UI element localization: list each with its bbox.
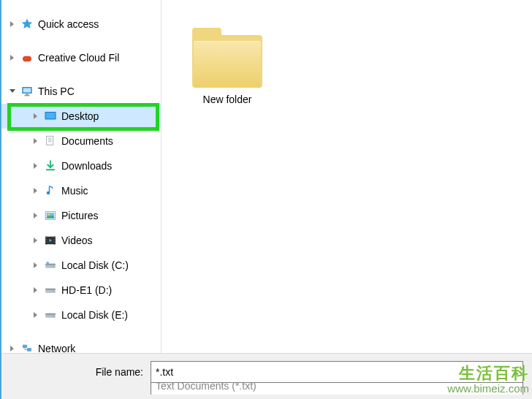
chevron-right-icon[interactable] bbox=[31, 310, 41, 320]
chevron-right-icon[interactable] bbox=[31, 235, 41, 246]
videos-icon bbox=[44, 234, 57, 247]
filename-input[interactable] bbox=[151, 361, 523, 383]
music-icon bbox=[44, 184, 57, 197]
svg-rect-35 bbox=[45, 314, 56, 315]
svg-rect-23 bbox=[45, 242, 47, 243]
svg-rect-6 bbox=[24, 95, 30, 96]
main-area: Quick access Creative Cloud Fil bbox=[1, 0, 532, 353]
tree-label: Music bbox=[61, 185, 88, 197]
tree-label: Documents bbox=[61, 135, 113, 147]
chevron-right-icon[interactable] bbox=[31, 186, 41, 196]
tree-item-music[interactable]: Music bbox=[1, 178, 161, 203]
tree-item-pictures[interactable]: Pictures bbox=[1, 203, 161, 228]
chevron-right-icon[interactable] bbox=[31, 260, 41, 270]
tree-item-quick-access[interactable]: Quick access bbox=[1, 12, 161, 37]
svg-rect-28 bbox=[45, 264, 56, 265]
svg-rect-4 bbox=[23, 88, 31, 93]
bottom-panel: File name: Save as type: Text Documents … bbox=[1, 353, 532, 399]
tree-label: Local Disk (C:) bbox=[61, 259, 129, 271]
drive-icon bbox=[44, 259, 57, 272]
folder-icon bbox=[192, 28, 262, 88]
tree-label: Downloads bbox=[61, 160, 112, 172]
svg-point-33 bbox=[53, 291, 55, 292]
svg-rect-37 bbox=[23, 345, 27, 349]
tree-item-local-disk-c[interactable]: Local Disk (C:) bbox=[1, 253, 161, 278]
saveastype-combo[interactable]: Text Documents (*.txt) bbox=[151, 383, 523, 395]
folder-label: New folder bbox=[176, 94, 278, 105]
content-pane[interactable]: New folder bbox=[162, 0, 532, 353]
save-dialog-window: Quick access Creative Cloud Fil bbox=[0, 0, 532, 399]
saveastype-row: Save as type: Text Documents (*.txt) bbox=[12, 383, 523, 395]
creative-cloud-icon bbox=[20, 51, 34, 64]
svg-rect-21 bbox=[45, 238, 47, 239]
tree-label: This PC bbox=[38, 86, 75, 97]
tree-item-desktop[interactable]: Desktop bbox=[1, 104, 161, 129]
tree-item-network[interactable]: Network bbox=[1, 336, 161, 353]
tree-item-hd-e1-d[interactable]: HD-E1 (D:) bbox=[1, 278, 161, 303]
chevron-right-icon[interactable] bbox=[31, 210, 41, 221]
chevron-right-icon[interactable] bbox=[31, 285, 41, 295]
tree-label: Quick access bbox=[38, 18, 99, 30]
tree-label: Desktop bbox=[61, 110, 99, 122]
svg-rect-8 bbox=[46, 113, 56, 118]
tree-label: Network bbox=[38, 343, 75, 353]
tree-label: HD-E1 (D:) bbox=[61, 284, 112, 296]
tree-item-this-pc[interactable]: This PC bbox=[1, 79, 161, 104]
svg-rect-9 bbox=[47, 136, 53, 145]
tree-item-creative-cloud[interactable]: Creative Cloud Fil bbox=[1, 45, 161, 70]
tree-item-downloads[interactable]: Downloads bbox=[1, 153, 161, 178]
monitor-icon bbox=[20, 85, 34, 98]
svg-rect-22 bbox=[45, 240, 47, 241]
svg-point-17 bbox=[48, 213, 50, 215]
tree-label: Videos bbox=[61, 235, 93, 246]
folder-item-new-folder[interactable]: New folder bbox=[176, 15, 278, 105]
filename-row: File name: bbox=[12, 361, 523, 383]
documents-icon bbox=[44, 134, 57, 148]
filename-label: File name: bbox=[12, 366, 151, 378]
tree-item-videos[interactable]: Videos bbox=[1, 228, 161, 253]
drive-icon bbox=[44, 308, 57, 322]
navigation-tree: Quick access Creative Cloud Fil bbox=[1, 0, 162, 353]
chevron-right-icon[interactable] bbox=[7, 53, 18, 63]
tree-label: Pictures bbox=[61, 210, 99, 221]
drive-icon bbox=[44, 284, 57, 297]
svg-rect-5 bbox=[26, 94, 29, 96]
svg-rect-32 bbox=[45, 289, 56, 290]
svg-rect-25 bbox=[54, 240, 56, 241]
chevron-right-icon[interactable] bbox=[31, 161, 41, 171]
tree-label: Local Disk (E:) bbox=[61, 309, 128, 321]
chevron-right-icon[interactable] bbox=[31, 136, 41, 146]
chevron-right-icon[interactable] bbox=[7, 19, 18, 29]
svg-point-14 bbox=[47, 191, 50, 195]
desktop-icon bbox=[44, 110, 57, 123]
svg-point-29 bbox=[53, 266, 55, 267]
tree-label: Creative Cloud Fil bbox=[38, 52, 119, 64]
svg-rect-2 bbox=[26, 56, 29, 62]
svg-rect-30 bbox=[47, 262, 49, 264]
chevron-right-icon[interactable] bbox=[7, 343, 18, 353]
tree-item-local-disk-e[interactable]: Local Disk (E:) bbox=[1, 303, 161, 327]
pictures-icon bbox=[44, 209, 57, 222]
svg-point-36 bbox=[53, 316, 55, 317]
star-icon bbox=[20, 18, 34, 31]
svg-rect-26 bbox=[54, 242, 56, 243]
svg-rect-24 bbox=[54, 238, 56, 239]
download-icon bbox=[44, 159, 57, 172]
network-icon bbox=[20, 342, 34, 353]
chevron-down-icon[interactable] bbox=[7, 86, 18, 96]
tree-item-documents[interactable]: Documents bbox=[1, 129, 161, 153]
chevron-right-icon[interactable] bbox=[31, 111, 41, 121]
